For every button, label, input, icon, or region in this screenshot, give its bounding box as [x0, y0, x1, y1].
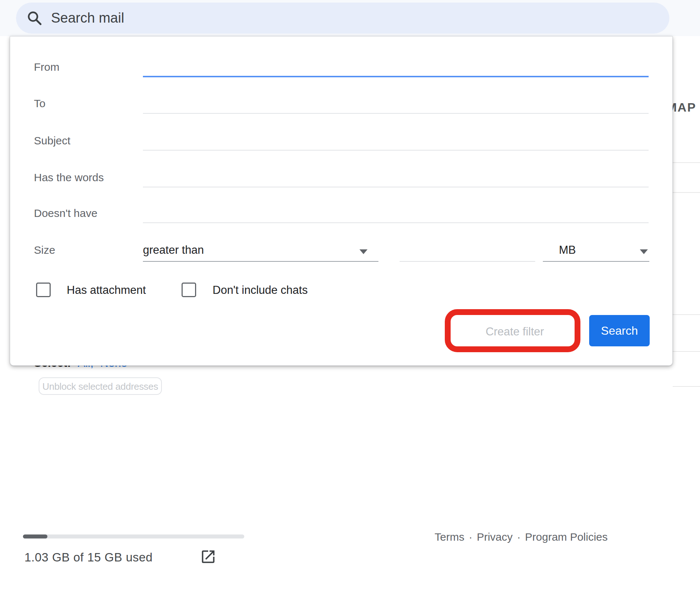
- gmail-settings-screen: Search mail MAP Select: All, None Unbloc…: [0, 0, 700, 595]
- terms-link[interactable]: Terms: [435, 531, 464, 543]
- size-comparator-value: greater than: [143, 244, 204, 257]
- search-icon[interactable]: [26, 10, 43, 27]
- program-policies-link[interactable]: Program Policies: [525, 531, 608, 543]
- settings-row-divider: [673, 192, 700, 193]
- search-button[interactable]: Search: [589, 315, 650, 346]
- storage-progress-bar: [23, 534, 244, 538]
- settings-row-divider: [673, 351, 700, 352]
- storage-progress-fill: [23, 534, 47, 538]
- unblock-selected-addresses-button[interactable]: Unblock selected addresses: [39, 377, 162, 395]
- has-attachment-checkbox[interactable]: [36, 283, 51, 297]
- size-label: Size: [34, 244, 55, 256]
- settings-row-divider: [673, 386, 700, 387]
- storage-usage-text: 1.03 GB of 15 GB used: [24, 551, 153, 564]
- arrow-drop-down-icon: [359, 249, 368, 254]
- size-value-input[interactable]: [400, 239, 535, 262]
- has-attachment-label: Has attachment: [67, 284, 146, 297]
- has-words-input[interactable]: [143, 165, 649, 187]
- settings-row-divider: [673, 314, 700, 315]
- from-input[interactable]: [143, 54, 649, 77]
- doesnt-have-input[interactable]: [143, 201, 649, 223]
- from-label: From: [34, 61, 59, 73]
- separator: ·: [469, 531, 472, 543]
- advanced-search-panel: From To Subject Has the words Doesn't ha…: [10, 36, 673, 366]
- open-in-new-icon[interactable]: [200, 548, 217, 565]
- privacy-link[interactable]: Privacy: [477, 531, 513, 543]
- size-unit-select[interactable]: MB: [543, 239, 649, 262]
- create-filter-button[interactable]: Create filter: [456, 318, 574, 346]
- subject-input[interactable]: [143, 128, 649, 151]
- size-comparator-select[interactable]: greater than: [143, 239, 378, 262]
- doesnt-have-label: Doesn't have: [34, 207, 97, 219]
- search-placeholder: Search mail: [51, 10, 124, 26]
- size-unit-value: MB: [559, 244, 576, 257]
- dont-include-chats-label: Don't include chats: [213, 284, 308, 297]
- has-words-label: Has the words: [34, 172, 104, 183]
- footer-links: Terms·Privacy·Program Policies: [435, 531, 608, 543]
- settings-row-divider: [673, 162, 700, 163]
- arrow-drop-down-icon: [640, 249, 648, 254]
- subject-label: Subject: [34, 135, 70, 146]
- to-input[interactable]: [143, 91, 649, 114]
- search-input[interactable]: Search mail: [16, 3, 669, 34]
- dont-include-chats-checkbox[interactable]: [182, 283, 196, 297]
- separator: ·: [517, 531, 521, 543]
- to-label: To: [34, 98, 46, 109]
